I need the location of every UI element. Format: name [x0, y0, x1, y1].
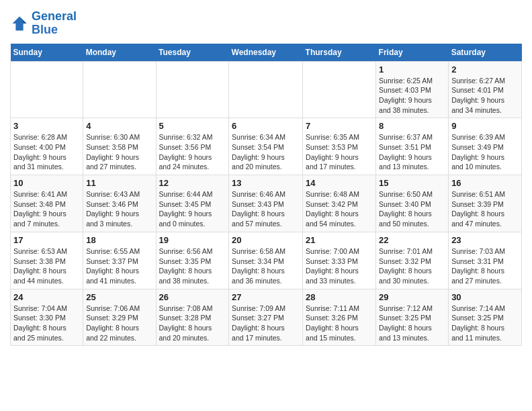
weekday-header: Saturday [449, 44, 522, 62]
calendar-cell: 30Sunrise: 7:14 AMSunset: 3:25 PMDayligh… [449, 289, 522, 346]
calendar-table: SundayMondayTuesdayWednesdayThursdayFrid… [10, 44, 522, 347]
day-info: Sunrise: 6:34 AMSunset: 3:54 PMDaylight:… [232, 132, 300, 172]
day-number: 19 [159, 235, 226, 245]
day-info: Sunrise: 7:06 AMSunset: 3:29 PMDaylight:… [86, 304, 152, 343]
calendar-cell: 2Sunrise: 6:27 AMSunset: 4:01 PMDaylight… [449, 61, 522, 118]
day-number: 24 [13, 292, 80, 302]
calendar-cell: 4Sunrise: 6:30 AMSunset: 3:58 PMDaylight… [83, 118, 156, 175]
day-number: 3 [13, 121, 80, 131]
calendar-body: 1Sunrise: 6:25 AMSunset: 4:03 PMDaylight… [11, 61, 522, 346]
day-number: 4 [86, 121, 152, 131]
day-number: 12 [159, 178, 226, 188]
day-info: Sunrise: 6:35 AMSunset: 3:53 PMDaylight:… [306, 132, 373, 172]
day-number: 27 [232, 292, 300, 302]
logo-icon [10, 14, 29, 33]
day-info: Sunrise: 6:48 AMSunset: 3:42 PMDaylight:… [306, 189, 373, 229]
page-header: General Blue [10, 10, 522, 37]
calendar-cell [83, 61, 156, 118]
day-info: Sunrise: 7:11 AMSunset: 3:26 PMDaylight:… [306, 304, 373, 343]
day-info: Sunrise: 6:39 AMSunset: 3:49 PMDaylight:… [451, 132, 519, 172]
day-info: Sunrise: 6:50 AMSunset: 3:40 PMDaylight:… [379, 189, 445, 229]
day-info: Sunrise: 6:44 AMSunset: 3:45 PMDaylight:… [159, 189, 226, 229]
calendar-cell: 29Sunrise: 7:12 AMSunset: 3:25 PMDayligh… [376, 289, 449, 346]
calendar-cell: 15Sunrise: 6:50 AMSunset: 3:40 PMDayligh… [376, 175, 449, 232]
calendar-cell: 20Sunrise: 6:58 AMSunset: 3:34 PMDayligh… [229, 232, 303, 289]
logo-text: General Blue [32, 10, 77, 37]
day-number: 5 [159, 121, 226, 131]
weekday-header: Thursday [303, 44, 376, 62]
calendar-cell: 13Sunrise: 6:46 AMSunset: 3:43 PMDayligh… [229, 175, 303, 232]
calendar-cell: 18Sunrise: 6:55 AMSunset: 3:37 PMDayligh… [83, 232, 156, 289]
day-number: 14 [306, 178, 373, 188]
calendar-week-row: 3Sunrise: 6:28 AMSunset: 4:00 PMDaylight… [11, 118, 522, 175]
day-info: Sunrise: 6:30 AMSunset: 3:58 PMDaylight:… [86, 132, 152, 172]
day-info: Sunrise: 6:37 AMSunset: 3:51 PMDaylight:… [379, 132, 445, 172]
day-number: 20 [232, 235, 300, 245]
day-number: 15 [379, 178, 445, 188]
calendar-cell: 3Sunrise: 6:28 AMSunset: 4:00 PMDaylight… [11, 118, 83, 175]
calendar-week-row: 17Sunrise: 6:53 AMSunset: 3:38 PMDayligh… [11, 232, 522, 289]
day-info: Sunrise: 7:03 AMSunset: 3:31 PMDaylight:… [451, 246, 519, 286]
calendar-cell [229, 61, 303, 118]
weekday-header: Wednesday [229, 44, 303, 62]
day-info: Sunrise: 7:14 AMSunset: 3:25 PMDaylight:… [451, 304, 519, 343]
calendar-cell: 5Sunrise: 6:32 AMSunset: 3:56 PMDaylight… [156, 118, 229, 175]
calendar-cell: 27Sunrise: 7:09 AMSunset: 3:27 PMDayligh… [229, 289, 303, 346]
calendar-cell [156, 61, 229, 118]
calendar-cell: 25Sunrise: 7:06 AMSunset: 3:29 PMDayligh… [83, 289, 156, 346]
calendar-cell: 16Sunrise: 6:51 AMSunset: 3:39 PMDayligh… [449, 175, 522, 232]
calendar-cell: 12Sunrise: 6:44 AMSunset: 3:45 PMDayligh… [156, 175, 229, 232]
calendar-cell: 11Sunrise: 6:43 AMSunset: 3:46 PMDayligh… [83, 175, 156, 232]
day-info: Sunrise: 6:27 AMSunset: 4:01 PMDaylight:… [451, 76, 519, 116]
calendar-header-row: SundayMondayTuesdayWednesdayThursdayFrid… [11, 44, 522, 62]
day-number: 9 [451, 121, 519, 131]
calendar-cell: 17Sunrise: 6:53 AMSunset: 3:38 PMDayligh… [11, 232, 83, 289]
day-info: Sunrise: 7:01 AMSunset: 3:32 PMDaylight:… [379, 246, 445, 286]
day-info: Sunrise: 6:58 AMSunset: 3:34 PMDaylight:… [232, 246, 300, 286]
day-info: Sunrise: 6:51 AMSunset: 3:39 PMDaylight:… [451, 189, 519, 229]
calendar-cell [11, 61, 83, 118]
calendar-week-row: 24Sunrise: 7:04 AMSunset: 3:30 PMDayligh… [11, 289, 522, 346]
day-number: 8 [379, 121, 445, 131]
calendar-cell: 24Sunrise: 7:04 AMSunset: 3:30 PMDayligh… [11, 289, 83, 346]
day-number: 6 [232, 121, 300, 131]
weekday-header: Tuesday [156, 44, 229, 62]
weekday-header: Monday [83, 44, 156, 62]
day-number: 22 [379, 235, 445, 245]
day-info: Sunrise: 6:43 AMSunset: 3:46 PMDaylight:… [86, 189, 152, 229]
calendar-cell: 8Sunrise: 6:37 AMSunset: 3:51 PMDaylight… [376, 118, 449, 175]
calendar-cell: 19Sunrise: 6:56 AMSunset: 3:35 PMDayligh… [156, 232, 229, 289]
weekday-header: Sunday [11, 44, 83, 62]
calendar-cell: 26Sunrise: 7:08 AMSunset: 3:28 PMDayligh… [156, 289, 229, 346]
day-number: 28 [306, 292, 373, 302]
day-info: Sunrise: 6:46 AMSunset: 3:43 PMDaylight:… [232, 189, 300, 229]
day-number: 25 [86, 292, 152, 302]
calendar-cell: 14Sunrise: 6:48 AMSunset: 3:42 PMDayligh… [303, 175, 376, 232]
day-number: 2 [451, 64, 519, 75]
calendar-week-row: 1Sunrise: 6:25 AMSunset: 4:03 PMDaylight… [11, 61, 522, 118]
logo: General Blue [10, 10, 77, 37]
day-number: 17 [13, 235, 80, 245]
calendar-cell: 23Sunrise: 7:03 AMSunset: 3:31 PMDayligh… [449, 232, 522, 289]
day-number: 1 [379, 64, 445, 75]
calendar-week-row: 10Sunrise: 6:41 AMSunset: 3:48 PMDayligh… [11, 175, 522, 232]
calendar-cell: 9Sunrise: 6:39 AMSunset: 3:49 PMDaylight… [449, 118, 522, 175]
day-info: Sunrise: 6:25 AMSunset: 4:03 PMDaylight:… [379, 76, 445, 116]
day-number: 18 [86, 235, 152, 245]
calendar-cell: 28Sunrise: 7:11 AMSunset: 3:26 PMDayligh… [303, 289, 376, 346]
calendar-cell: 7Sunrise: 6:35 AMSunset: 3:53 PMDaylight… [303, 118, 376, 175]
day-number: 29 [379, 292, 445, 302]
calendar-cell: 1Sunrise: 6:25 AMSunset: 4:03 PMDaylight… [376, 61, 449, 118]
day-info: Sunrise: 6:41 AMSunset: 3:48 PMDaylight:… [13, 189, 80, 229]
day-number: 10 [13, 178, 80, 188]
calendar-cell: 21Sunrise: 7:00 AMSunset: 3:33 PMDayligh… [303, 232, 376, 289]
day-number: 30 [451, 292, 519, 302]
day-info: Sunrise: 7:04 AMSunset: 3:30 PMDaylight:… [13, 304, 80, 343]
day-info: Sunrise: 6:28 AMSunset: 4:00 PMDaylight:… [13, 132, 80, 172]
day-number: 16 [451, 178, 519, 188]
day-info: Sunrise: 7:09 AMSunset: 3:27 PMDaylight:… [232, 304, 300, 343]
day-number: 11 [86, 178, 152, 188]
calendar-cell: 10Sunrise: 6:41 AMSunset: 3:48 PMDayligh… [11, 175, 83, 232]
day-number: 7 [306, 121, 373, 131]
day-info: Sunrise: 6:32 AMSunset: 3:56 PMDaylight:… [159, 132, 226, 172]
